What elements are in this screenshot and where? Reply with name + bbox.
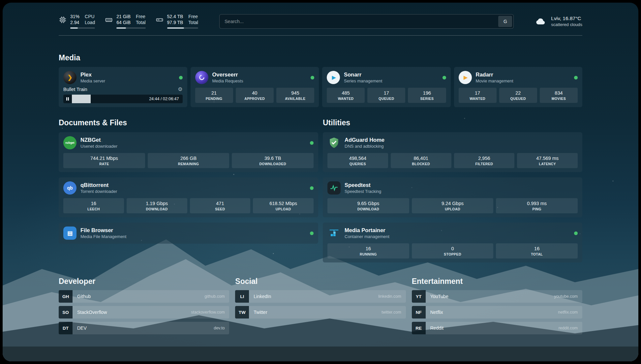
stat-value: 22 xyxy=(501,90,536,96)
youtube-icon: YT xyxy=(412,290,426,303)
stat-value: 498,564 xyxy=(329,156,387,161)
stat-wanted: 17WANTED xyxy=(459,88,497,103)
bookmark-twitter[interactable]: TW Twittertwitter.com xyxy=(235,306,406,318)
gear-icon[interactable]: ⚙ xyxy=(178,87,182,92)
stat-download: 9.65 GbpsDOWNLOAD xyxy=(327,198,409,213)
disk-icon xyxy=(156,16,164,24)
app-name: File Browser xyxy=(80,227,126,233)
netflix-icon: NF xyxy=(412,306,426,318)
section-title-entertainment: Entertainment xyxy=(412,277,582,286)
disk-progress-fill xyxy=(167,27,184,29)
stat-label: STOPPED xyxy=(413,252,492,256)
app-card-overseerr[interactable]: Overseerr Media Requests 21PENDING 40APP… xyxy=(191,67,319,107)
bookmark-label: Twitter xyxy=(254,310,267,315)
bookmark-label: StackOverflow xyxy=(77,310,107,315)
ram-progress-fill xyxy=(116,27,126,29)
stat-value: 618.52 Mbps xyxy=(254,201,312,206)
app-name: AdGuard Home xyxy=(345,137,384,143)
status-dot xyxy=(443,76,446,79)
cpu-widget: 31% CPU 2.94 Load xyxy=(59,14,95,29)
radarr-icon: ▶ xyxy=(459,71,472,84)
stat-label: QUEUED xyxy=(501,97,536,101)
disk-label-top: Free xyxy=(188,14,198,19)
search-bar: G xyxy=(219,14,514,29)
stat-upload: 618.52 MbpsUPLOAD xyxy=(253,198,314,213)
stat-total: 16TOTAL xyxy=(496,243,578,258)
disk-progress-bar xyxy=(167,27,198,29)
sonarr-icon: ▶ xyxy=(327,71,340,84)
ram-label-bottom: Total xyxy=(136,20,146,25)
stat-value: 47.569 ms xyxy=(518,156,576,161)
weather-widget: Lviv, 16.87°C scattered clouds xyxy=(535,15,582,27)
app-subtitle: Speedtest Tracking xyxy=(345,189,381,194)
stat-label: BLOCKED xyxy=(392,162,450,166)
stat-value: 834 xyxy=(541,90,576,96)
app-card-adguard[interactable]: AdGuard Home DNS and adblocking 498,564Q… xyxy=(323,132,582,172)
stat-label: DOWNLOAD xyxy=(128,207,186,211)
bookmark-reddit[interactable]: RE Redditreddit.com xyxy=(412,322,582,334)
adguard-shield-icon xyxy=(327,136,341,149)
stackoverflow-icon: SO xyxy=(59,306,73,318)
stat-value: 471 xyxy=(191,201,249,206)
stat-label: TOTAL xyxy=(497,252,576,256)
stat-value: 196 xyxy=(409,90,444,96)
stat-value: 0 xyxy=(413,246,492,251)
app-subtitle: Series management xyxy=(344,78,382,83)
app-card-nzbget[interactable]: nzbget NZBGet Usenet downloader 744.21 M… xyxy=(59,132,318,172)
ram-widget: 21 GiB Free 64 GiB Total xyxy=(105,14,145,29)
stat-remaining: 266 GBREMAINING xyxy=(148,153,229,168)
pause-icon[interactable] xyxy=(66,97,69,101)
bookmark-github[interactable]: GH Githubgithub.com xyxy=(59,290,229,303)
bookmark-stackoverflow[interactable]: SO StackOverflowstackoverflow.com xyxy=(59,306,229,318)
app-card-filebrowser[interactable]: ▤ File Browser Media File Management xyxy=(59,223,318,244)
bookmark-linkedin[interactable]: LI LinkedInlinkedin.com xyxy=(235,290,406,303)
bookmark-label: LinkedIn xyxy=(254,294,271,299)
bookmark-url: stackoverflow.com xyxy=(191,310,225,315)
app-card-speedtest[interactable]: Speedtest Speedtest Tracking 9.65 GbpsDO… xyxy=(323,177,582,217)
stat-value: 40 xyxy=(237,90,272,96)
search-engine-button[interactable]: G xyxy=(498,16,512,27)
stat-label: RATE xyxy=(65,162,144,166)
disk-total: 97.9 TB xyxy=(167,20,183,25)
stat-label: DOWNLOAD xyxy=(329,207,408,211)
bookmark-label: DEV xyxy=(77,325,87,331)
status-dot xyxy=(310,231,314,235)
cpu-label-bottom: Load xyxy=(85,20,95,25)
stat-value: 266 GB xyxy=(149,156,228,161)
memory-icon xyxy=(105,16,113,24)
cpu-progress-fill xyxy=(70,27,78,29)
playback-fill xyxy=(72,95,91,103)
weather-location: Lviv, 16.87°C xyxy=(551,15,582,21)
app-card-radarr[interactable]: ▶ Radarr Movie management 17WANTED 22QUE… xyxy=(454,67,583,107)
section-title-media: Media xyxy=(59,53,582,62)
app-card-sonarr[interactable]: ▶ Sonarr Series management 485WANTED 17Q… xyxy=(322,67,451,107)
stat-label: PING xyxy=(497,207,576,211)
stat-value: 16 xyxy=(497,246,576,251)
bookmark-label: Reddit xyxy=(430,325,443,331)
stat-value: 485 xyxy=(328,90,363,96)
stat-value: 2,956 xyxy=(455,156,513,161)
stat-value: 744.21 Mbps xyxy=(65,156,144,161)
app-card-plex[interactable]: ❯ Plex Media server Bullet Train ⚙ xyxy=(59,67,187,107)
cpu-percent: 31% xyxy=(70,14,79,19)
bookmark-youtube[interactable]: YT YouTubeyoutube.com xyxy=(412,290,582,303)
search-input[interactable] xyxy=(225,19,498,24)
bookmark-netflix[interactable]: NF Netflixnetflix.com xyxy=(412,306,582,318)
now-playing-title: Bullet Train xyxy=(63,87,87,92)
section-title-developer: Developer xyxy=(59,277,229,286)
app-card-qbittorrent[interactable]: qb qBittorrent Torrent downloader 16LEEC… xyxy=(59,177,318,217)
stat-label: MOVIES xyxy=(541,97,576,101)
app-card-portainer[interactable]: Media Portainer Container management 16R… xyxy=(323,223,582,262)
stat-queued: 22QUEUED xyxy=(499,88,537,103)
app-subtitle: Movie management xyxy=(476,78,513,83)
bookmark-dev[interactable]: DT DEVdev.to xyxy=(59,322,229,334)
app-subtitle: Media File Management xyxy=(80,234,126,239)
app-name: qBittorrent xyxy=(80,182,117,188)
bookmark-label: Netflix xyxy=(430,310,443,315)
playback-progress-bar[interactable]: 24:44 / 02:06:47 xyxy=(63,95,183,103)
ram-label-top: Free xyxy=(136,14,146,19)
header-divider xyxy=(59,35,582,36)
stat-stopped: 0STOPPED xyxy=(412,243,494,258)
stat-label: WANTED xyxy=(460,97,495,101)
stat-value: 0.993 ms xyxy=(497,201,576,206)
